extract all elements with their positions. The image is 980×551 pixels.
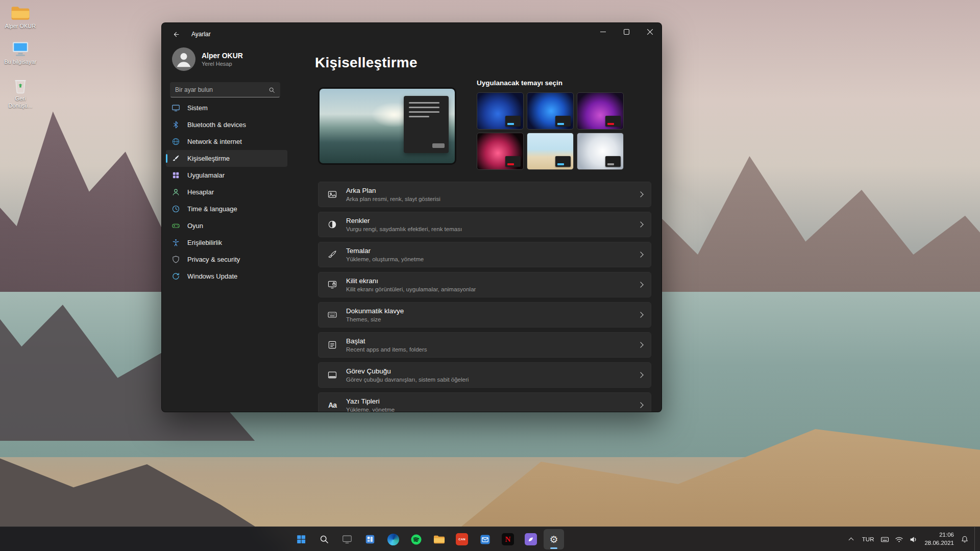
nav-item-accessibility[interactable]: Erişilebilirlik bbox=[166, 234, 287, 251]
language-indicator[interactable]: TUR bbox=[859, 530, 877, 548]
nav-label: Network & internet bbox=[187, 138, 242, 145]
row-subtitle: Recent apps and items, folders bbox=[346, 346, 427, 353]
lightshot-icon bbox=[525, 533, 537, 545]
nav-item-apps[interactable]: Uygulamalar bbox=[166, 167, 287, 184]
row-subtitle: Themes, size bbox=[346, 316, 404, 322]
taskbar-lightshot-button[interactable] bbox=[521, 529, 541, 549]
settings-search-box[interactable] bbox=[170, 82, 280, 97]
back-arrow-icon bbox=[173, 31, 180, 38]
desktop-icon-recycle-bin[interactable]: Geri Dönüşü... bbox=[2, 74, 39, 111]
settings-content: Kişiselleştirme Uygulanacak temayı seçin… bbox=[290, 45, 662, 412]
maximize-button[interactable] bbox=[615, 23, 638, 40]
search-input[interactable] bbox=[175, 86, 268, 93]
nav-item-privacy-security[interactable]: Privacy & security bbox=[166, 251, 287, 268]
nav-item-personalization[interactable]: Kişiselleştirme bbox=[166, 150, 287, 167]
notifications-button[interactable] bbox=[959, 530, 971, 548]
clock[interactable]: 21:06 28.06.2021 bbox=[921, 531, 957, 547]
theme-mini-window bbox=[555, 116, 571, 127]
chevron-right-icon bbox=[638, 312, 643, 317]
taskbar-can-app-button[interactable]: CAN bbox=[452, 529, 472, 549]
taskbar-search-button[interactable] bbox=[314, 529, 334, 549]
nav-item-accounts[interactable]: Hesaplar bbox=[166, 184, 287, 201]
desktop-icon-this-pc[interactable]: Bu bilgisayar bbox=[2, 39, 39, 67]
person-icon bbox=[172, 188, 180, 196]
update-icon bbox=[172, 272, 180, 281]
profile-name: Alper OKUR bbox=[202, 52, 243, 60]
touch-keyboard-button[interactable] bbox=[878, 530, 891, 548]
tray-chevron-button[interactable] bbox=[845, 530, 857, 548]
theme-mini-window bbox=[605, 156, 621, 167]
row-themes[interactable]: TemalarYükleme, oluşturma, yönetme bbox=[318, 242, 651, 267]
mail-icon bbox=[479, 534, 491, 545]
row-subtitle: Vurgu rengi, saydamlık efektleri, renk t… bbox=[346, 226, 462, 232]
row-touch-keyboard[interactable]: Dokunmatik klavyeThemes, size bbox=[318, 302, 651, 328]
recycle-bin-icon bbox=[13, 77, 28, 94]
theme-tile-6[interactable] bbox=[577, 133, 624, 170]
theme-tile-5[interactable] bbox=[527, 133, 574, 170]
taskbar-mail-button[interactable] bbox=[475, 529, 495, 549]
start-menu-icon bbox=[327, 340, 337, 350]
nav-item-windows-update[interactable]: Windows Update bbox=[166, 268, 287, 285]
apps-grid-icon bbox=[172, 171, 180, 180]
chevron-right-icon bbox=[638, 342, 643, 347]
tray-date: 28.06.2021 bbox=[924, 539, 954, 547]
network-button[interactable] bbox=[893, 530, 905, 548]
taskbar-spotify-button[interactable] bbox=[406, 529, 426, 549]
nav-item-system[interactable]: Sistem bbox=[166, 99, 287, 116]
show-desktop-strip[interactable] bbox=[974, 527, 977, 551]
theme-mini-window bbox=[555, 156, 571, 167]
search-icon bbox=[268, 87, 275, 93]
desktop-icon-user-folder[interactable]: Alper OKUR bbox=[2, 3, 39, 32]
taskbar-task-view-button[interactable] bbox=[337, 529, 357, 549]
row-subtitle: Kilit ekranı görüntüleri, uygulamalar, a… bbox=[346, 286, 476, 292]
theme-tile-4[interactable] bbox=[477, 133, 524, 170]
windows-logo-icon bbox=[296, 534, 307, 545]
theme-tile-2[interactable] bbox=[527, 92, 574, 130]
row-colors[interactable]: RenklerVurgu rengi, saydamlık efektleri,… bbox=[318, 212, 651, 237]
nav-item-network-internet[interactable]: Network & internet bbox=[166, 133, 287, 150]
minimize-button[interactable] bbox=[591, 23, 615, 40]
bell-icon bbox=[961, 535, 969, 543]
start-button[interactable] bbox=[291, 529, 311, 549]
taskbar-file-explorer-button[interactable] bbox=[429, 529, 449, 549]
gear-icon: ⚙ bbox=[549, 535, 558, 544]
row-title: Kilit ekranı bbox=[346, 277, 476, 285]
avatar bbox=[172, 47, 195, 71]
close-button[interactable] bbox=[638, 23, 662, 40]
settings-window: Ayarlar Alper OKUR Yerel Hesap bbox=[161, 22, 662, 412]
row-title: Dokunmatik klavye bbox=[346, 307, 404, 315]
row-lock-screen[interactable]: Kilit ekranıKilit ekranı görüntüleri, uy… bbox=[318, 272, 651, 297]
widgets-icon bbox=[364, 534, 376, 545]
row-taskbar[interactable]: Görev ÇubuğuGörev çubuğu davranışları, s… bbox=[318, 362, 651, 388]
taskbar-icons: CAN N ⚙ bbox=[291, 529, 564, 549]
taskbar-settings-button[interactable]: ⚙ bbox=[544, 529, 564, 549]
page-title: Kişiselleştirme bbox=[315, 55, 418, 71]
chevron-up-icon bbox=[849, 538, 854, 543]
row-start[interactable]: BaşlatRecent apps and items, folders bbox=[318, 332, 651, 358]
back-button[interactable] bbox=[167, 26, 185, 42]
theme-tile-3[interactable] bbox=[577, 92, 624, 130]
preview-window bbox=[404, 96, 449, 153]
row-background[interactable]: Arka PlanArka plan resmi, renk, slayt gö… bbox=[318, 182, 651, 207]
nav-label: Uygulamalar bbox=[187, 171, 225, 179]
taskbar-edge-button[interactable] bbox=[383, 529, 403, 549]
nav-item-time-language[interactable]: Time & language bbox=[166, 201, 287, 217]
taskbar-netflix-button[interactable]: N bbox=[498, 529, 518, 549]
chevron-right-icon bbox=[638, 252, 643, 257]
taskbar-widgets-button[interactable] bbox=[360, 529, 380, 549]
settings-nav: Sistem Bluetooth & devices Network & int… bbox=[166, 99, 287, 285]
row-title: Yazı Tipleri bbox=[346, 397, 395, 405]
row-fonts[interactable]: Aa Yazı TipleriYükleme, yönetme bbox=[318, 392, 651, 412]
nav-item-bluetooth-devices[interactable]: Bluetooth & devices bbox=[166, 116, 287, 133]
nav-item-gaming[interactable]: Oyun bbox=[166, 217, 287, 234]
desktop-icons: Alper OKUR Bu bilgisayar Geri Dönüşü... bbox=[2, 3, 41, 118]
nav-label: Hesaplar bbox=[187, 188, 214, 196]
close-icon bbox=[647, 29, 653, 35]
row-subtitle: Görev çubuğu davranışları, sistem sabit … bbox=[346, 377, 469, 383]
row-subtitle: Yükleme, oluşturma, yönetme bbox=[346, 256, 424, 262]
nav-label: Oyun bbox=[187, 222, 203, 230]
theme-tile-1[interactable] bbox=[477, 92, 524, 130]
user-profile[interactable]: Alper OKUR Yerel Hesap bbox=[172, 47, 243, 71]
caption-buttons bbox=[591, 23, 662, 40]
volume-button[interactable] bbox=[907, 530, 920, 548]
